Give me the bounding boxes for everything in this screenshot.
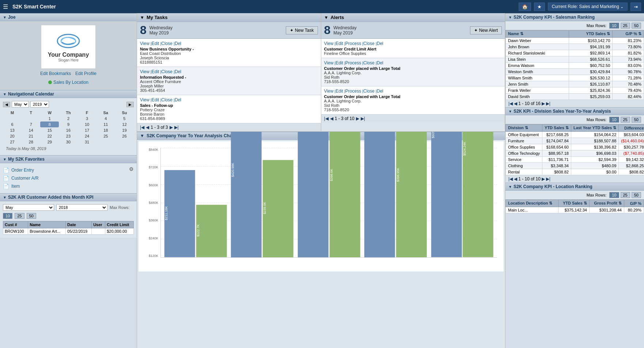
alerts-first-page[interactable]: |◀ bbox=[324, 116, 329, 121]
kpi-ar-rows-25[interactable]: 25 bbox=[15, 213, 24, 219]
cal-prev-button[interactable]: ◀ bbox=[3, 102, 10, 107]
div-col-division[interactable]: Division ⇅ bbox=[506, 124, 542, 132]
cal-day-cell[interactable]: 12 bbox=[115, 121, 134, 127]
task-link-3[interactable]: Del bbox=[175, 97, 181, 102]
cal-year-select[interactable]: 2019 bbox=[30, 101, 49, 108]
task-link-0[interactable]: View bbox=[140, 41, 149, 46]
table-row[interactable]: Emma Watson $60,752.50 83.03% bbox=[506, 63, 644, 69]
cal-day-cell[interactable]: 28 bbox=[22, 139, 40, 145]
kpi-ar-month-select[interactable]: May bbox=[3, 204, 54, 211]
division-last[interactable]: ▶| bbox=[546, 176, 550, 182]
salesman-next[interactable]: ▶ bbox=[542, 101, 545, 106]
alert-link-0[interactable]: View bbox=[324, 60, 334, 66]
favorites-item[interactable]: 📄Order Entry bbox=[3, 166, 129, 174]
kpi-ar-rows-10[interactable]: 10 bbox=[3, 213, 12, 219]
table-row[interactable]: David Smith $25,259.03 82.44% bbox=[506, 94, 644, 100]
table-row[interactable]: Rental $808.82 $0.00 $808.82 bbox=[506, 169, 644, 175]
loc-col-desc[interactable]: Location Description ⇅ bbox=[506, 200, 558, 207]
alert-link-4[interactable]: Del bbox=[377, 89, 383, 94]
alert-link-4[interactable]: Del bbox=[377, 41, 383, 46]
location-rows-50[interactable]: 50 bbox=[632, 192, 641, 198]
table-row[interactable]: Clothing $3,348.34 $480.09 $2,868.25 bbox=[506, 163, 644, 169]
cal-day-cell[interactable]: 29 bbox=[40, 139, 59, 145]
alert-link-4[interactable]: Del bbox=[377, 60, 383, 66]
alert-link-2[interactable]: Process bbox=[345, 41, 361, 46]
alert-link-3[interactable]: Close bbox=[363, 41, 375, 46]
cal-day-cell[interactable]: 16 bbox=[59, 127, 77, 133]
division-prev[interactable]: ◀ bbox=[514, 176, 517, 182]
loc-col-gp[interactable]: Gross Profit ⇅ bbox=[589, 200, 624, 207]
cal-day-cell[interactable]: 4 bbox=[96, 116, 115, 121]
tasks-first-page[interactable]: |◀ bbox=[140, 125, 144, 130]
alert-link-0[interactable]: View bbox=[324, 89, 334, 94]
table-row[interactable]: Office Technology $88,957.18 $96,698.03 … bbox=[506, 150, 644, 157]
salesman-col-name[interactable]: Name ⇅ bbox=[506, 30, 569, 38]
div-col-ytd[interactable]: YTD Sales ⇅ bbox=[542, 124, 571, 132]
loc-col-gppct[interactable]: G/P % bbox=[624, 200, 644, 207]
division-first[interactable]: |◀ bbox=[508, 176, 513, 182]
task-link-2[interactable]: Close bbox=[161, 41, 173, 46]
div-col-lastyear[interactable]: Last Year YTD Sales ⇅ bbox=[571, 124, 618, 132]
table-row[interactable]: Office Supplies $168,654.60 $138,396.82 … bbox=[506, 144, 644, 150]
task-link-0[interactable]: View bbox=[140, 97, 149, 102]
cal-month-select[interactable]: May bbox=[12, 101, 29, 108]
logout-button[interactable]: ⇥ bbox=[630, 3, 641, 11]
cal-day-cell[interactable]: 14 bbox=[22, 127, 40, 133]
sales-location[interactable]: Sales By Location bbox=[45, 78, 91, 86]
task-link-0[interactable]: View bbox=[140, 69, 149, 74]
table-row[interactable]: Lisa Stein $68,526.61 73.94% bbox=[506, 56, 644, 63]
alerts-next-page[interactable]: ▶ bbox=[356, 116, 359, 121]
cal-day-cell[interactable]: 18 bbox=[96, 127, 115, 133]
table-row[interactable]: BROW100 Brownstone Art... 05/22/2019 $20… bbox=[3, 228, 134, 235]
cal-day-cell[interactable]: 5 bbox=[115, 116, 134, 121]
alert-link-1[interactable]: Edit bbox=[336, 89, 343, 94]
alert-link-3[interactable]: Close bbox=[363, 89, 375, 94]
kpi-ar-year-select[interactable]: 2018 bbox=[56, 204, 107, 211]
kpi-ar-rows-50[interactable]: 50 bbox=[27, 213, 36, 219]
alert-link-0[interactable]: View bbox=[324, 41, 334, 46]
cal-day-cell[interactable]: 8 bbox=[40, 121, 59, 127]
salesman-last[interactable]: ▶| bbox=[546, 101, 550, 106]
table-row[interactable]: William Smith $26,530.12 71.28% bbox=[506, 75, 644, 81]
cal-day-cell[interactable]: 3 bbox=[78, 116, 96, 121]
cal-next-button[interactable]: ▶ bbox=[126, 102, 134, 107]
salesman-col-gp[interactable]: G/P % ⇅ bbox=[613, 30, 644, 38]
cal-day-cell[interactable]: 26 bbox=[115, 133, 134, 139]
alert-link-2[interactable]: Process bbox=[345, 60, 361, 66]
hamburger-menu[interactable]: ☰ bbox=[3, 3, 8, 10]
cal-day-cell[interactable]: 19 bbox=[115, 127, 134, 133]
tasks-last-page[interactable]: ▶| bbox=[174, 125, 179, 130]
loc-col-ytd[interactable]: YTD Sales ⇅ bbox=[558, 200, 590, 207]
salesman-first[interactable]: |◀ bbox=[508, 101, 513, 106]
role-button[interactable]: Current Role: Sales and Marketing ⌄ bbox=[548, 3, 628, 11]
division-next[interactable]: ▶ bbox=[542, 176, 545, 182]
home-button[interactable]: 🏠 bbox=[519, 3, 531, 11]
cal-day-cell[interactable]: 6 bbox=[3, 121, 22, 127]
salesman-col-ytd[interactable]: YTD Sales ⇅ bbox=[569, 30, 613, 38]
cal-day-cell[interactable]: 22 bbox=[40, 133, 59, 139]
task-link-3[interactable]: Del bbox=[175, 41, 181, 46]
alert-link-1[interactable]: Edit bbox=[336, 41, 343, 46]
table-row[interactable]: Main Loc... $375,142.34 $301,208.44 80.2… bbox=[506, 207, 644, 213]
cal-day-cell[interactable]: 7 bbox=[22, 121, 40, 127]
table-row[interactable]: Furniture $174,047.84 $188,507.88 ($14,4… bbox=[506, 138, 644, 144]
alert-link-2[interactable]: Process bbox=[345, 89, 361, 94]
task-link-2[interactable]: Close bbox=[161, 97, 173, 102]
cal-day-cell[interactable]: 25 bbox=[96, 133, 115, 139]
favorites-item[interactable]: 📄Customer A/R bbox=[3, 174, 134, 182]
task-link-1[interactable]: Edit bbox=[152, 97, 159, 102]
table-row[interactable]: Office Equipment $217,668.25 $154,064.22… bbox=[506, 132, 644, 138]
cal-day-cell[interactable]: 31 bbox=[78, 139, 96, 145]
table-row[interactable]: John Brown $94,191.99 73.80% bbox=[506, 44, 644, 50]
division-rows-50[interactable]: 50 bbox=[632, 117, 641, 123]
cal-day-cell[interactable]: 23 bbox=[59, 133, 77, 139]
task-link-2[interactable]: Close bbox=[161, 69, 173, 74]
salesman-rows-50[interactable]: 50 bbox=[632, 23, 641, 29]
new-task-button[interactable]: ✦ New Task bbox=[286, 26, 318, 34]
cal-day-cell[interactable]: 24 bbox=[78, 133, 96, 139]
task-link-1[interactable]: Edit bbox=[152, 69, 159, 74]
cal-day-cell[interactable]: 13 bbox=[3, 127, 22, 133]
salesman-prev[interactable]: ◀ bbox=[514, 101, 517, 106]
salesman-rows-10[interactable]: 10 bbox=[609, 23, 619, 29]
table-row[interactable]: Service $11,736.71 $2,594.39 $9,142.32 bbox=[506, 157, 644, 163]
